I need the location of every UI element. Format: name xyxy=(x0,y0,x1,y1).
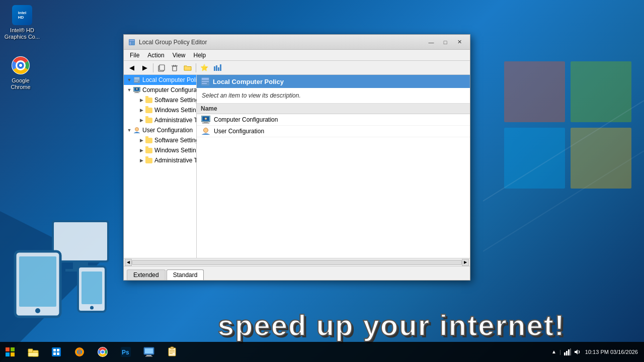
list-header: Name xyxy=(197,104,470,114)
tray-separator: | xyxy=(559,349,561,355)
menu-action[interactable]: Action xyxy=(143,51,168,60)
svg-rect-47 xyxy=(202,81,209,82)
horizontal-scrollbar[interactable]: ◀ ▶ xyxy=(124,258,470,266)
desktop-icon-intel[interactable]: IntelHD Intel® HD Graphics Co... xyxy=(4,5,40,40)
panel-list: Name Co xyxy=(197,104,470,258)
toolbar-chart[interactable] xyxy=(211,62,223,73)
tree-win-expand[interactable]: ▶ xyxy=(138,107,145,114)
tree-root[interactable]: ▼ Local Computer Policy xyxy=(124,75,196,85)
taskbar-explorer[interactable] xyxy=(22,342,44,362)
svg-rect-61 xyxy=(28,352,38,356)
tree-uadmin-expand[interactable]: ▶ xyxy=(138,157,145,164)
menu-view[interactable]: View xyxy=(169,51,190,60)
toolbar-copy[interactable] xyxy=(155,62,168,73)
tree-user-expand[interactable]: ▼ xyxy=(126,127,133,134)
tree-soft-expand[interactable]: ▶ xyxy=(138,97,145,104)
tree-user-config[interactable]: ▼ User Configuration xyxy=(124,125,196,135)
panel-header: Local Computer Policy xyxy=(197,75,470,88)
toolbar-delete[interactable] xyxy=(169,62,181,73)
toolbar-folder[interactable] xyxy=(182,62,194,73)
tree-admin-comp-expand[interactable]: ▶ xyxy=(138,117,145,124)
list-header-name: Name xyxy=(201,105,217,112)
chrome-icon xyxy=(11,55,31,75)
tree-user-label: User Configuration xyxy=(142,127,193,134)
tree-user-software[interactable]: ▶ Software Settings xyxy=(124,135,196,145)
folder-icon-soft xyxy=(145,96,153,104)
menu-help[interactable]: Help xyxy=(190,51,210,60)
taskbar-photoshop[interactable]: Ps xyxy=(115,342,137,362)
taskbar-chrome[interactable] xyxy=(92,342,114,362)
tree-root-expand[interactable]: ▼ xyxy=(126,76,133,83)
window-controls: — □ ✕ xyxy=(425,37,466,47)
svg-rect-62 xyxy=(52,347,61,356)
gpo-editor-window: Local Group Policy Editor — □ ✕ File Act… xyxy=(123,34,470,281)
tab-extended[interactable]: Extended xyxy=(127,269,166,280)
desktop-icon-chrome[interactable]: GoogleChrome xyxy=(3,55,39,90)
policy-icon xyxy=(133,76,141,84)
minimize-button[interactable]: — xyxy=(425,37,438,47)
taskbar-clipboard[interactable] xyxy=(161,342,183,362)
toolbar-back[interactable]: ◀ xyxy=(126,62,138,73)
svg-rect-31 xyxy=(214,66,215,71)
tree-uwin-expand[interactable]: ▶ xyxy=(138,147,145,154)
maximize-button[interactable]: □ xyxy=(439,37,452,47)
desktop: IntelHD Intel® HD Graphics Co... xyxy=(0,0,644,362)
svg-rect-32 xyxy=(216,65,217,71)
tree-software-settings[interactable]: ▶ Software Settings xyxy=(124,95,196,105)
toolbar-forward[interactable]: ▶ xyxy=(139,62,151,73)
svg-rect-11 xyxy=(19,256,56,307)
tree-user-admin[interactable]: ▶ Administrative Te... xyxy=(124,155,196,165)
tree-admin-templates-comp[interactable]: ▶ Administrative Te... xyxy=(124,115,196,125)
panel-header-icon xyxy=(201,77,210,86)
svg-rect-14 xyxy=(82,272,102,304)
bottom-text: speed up your internet! xyxy=(218,308,566,342)
window-title-icon xyxy=(128,38,136,46)
svg-rect-24 xyxy=(132,42,134,45)
svg-point-12 xyxy=(35,308,40,313)
panel-description: Select an item to view its description. xyxy=(197,88,470,104)
toolbar-star[interactable]: ⭐ xyxy=(198,62,210,73)
svg-rect-84 xyxy=(566,351,568,355)
svg-rect-0 xyxy=(504,61,565,122)
list-item-computer-config[interactable]: Computer Configuration xyxy=(197,114,470,126)
svg-rect-22 xyxy=(129,40,134,41)
svg-rect-36 xyxy=(134,77,139,79)
tree-windows-settings[interactable]: ▶ Windows Setting xyxy=(124,105,196,115)
toolbar: ◀ ▶ ⭐ xyxy=(124,61,470,75)
taskbar-tray: ▲ | 10:13 PM 03/16/2026 xyxy=(551,348,644,355)
menu-file[interactable]: File xyxy=(126,51,143,60)
tree-user-windows[interactable]: ▶ Windows Setting xyxy=(124,145,196,155)
svg-rect-65 xyxy=(53,352,56,355)
svg-rect-55 xyxy=(6,347,10,351)
tree-usoft-expand[interactable]: ▶ xyxy=(138,137,145,144)
network-icon xyxy=(564,348,571,355)
svg-rect-85 xyxy=(568,349,570,355)
taskbar-store[interactable] xyxy=(45,342,67,362)
tab-standard[interactable]: Standard xyxy=(167,269,204,280)
svg-rect-27 xyxy=(173,66,177,71)
folder-icon-win xyxy=(145,106,153,114)
tray-chevron[interactable]: ▲ xyxy=(551,349,556,354)
svg-rect-37 xyxy=(134,79,139,80)
svg-text:Ps: Ps xyxy=(122,349,129,356)
tree-comp-expand[interactable]: ▼ xyxy=(126,86,133,94)
svg-rect-1 xyxy=(571,61,631,122)
list-item-user-label: User Configuration xyxy=(214,128,264,135)
tree-soft-label: Software Settings xyxy=(154,97,197,104)
taskbar-firefox[interactable] xyxy=(68,342,91,362)
close-button[interactable]: ✕ xyxy=(453,37,466,47)
start-button[interactable] xyxy=(0,342,20,362)
intel-icon: IntelHD xyxy=(12,5,32,25)
user-config-icon xyxy=(133,126,141,134)
panel-header-label: Local Computer Policy xyxy=(213,78,284,85)
taskbar-system[interactable] xyxy=(138,342,160,362)
svg-point-20 xyxy=(19,64,22,67)
list-item-user-config[interactable]: User Configuration xyxy=(197,126,470,137)
scroll-track[interactable] xyxy=(132,260,462,265)
svg-point-44 xyxy=(135,128,139,131)
tree-computer-config[interactable]: ▼ Computer Configura... xyxy=(124,85,196,95)
scroll-right-btn[interactable]: ▶ xyxy=(462,259,469,266)
tree-uadmin-label: Administrative Te... xyxy=(154,157,197,164)
svg-rect-56 xyxy=(11,347,15,351)
scroll-left-btn[interactable]: ◀ xyxy=(125,259,132,266)
